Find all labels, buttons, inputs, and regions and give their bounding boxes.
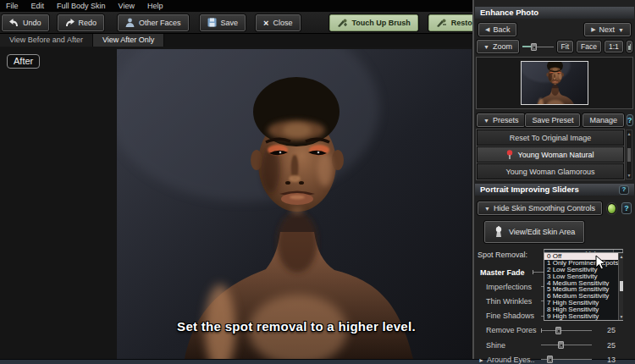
option-4-medium-sensitivity[interactable]: 4 Medium Sensitivity <box>544 280 618 287</box>
view-edit-skin-area-button[interactable]: View/Edit Skin Area <box>484 221 584 243</box>
zoom-button[interactable]: ▼ Zoom <box>477 40 519 53</box>
presets-button[interactable]: ▼ Presets <box>477 113 525 127</box>
redo-button[interactable]: Redo <box>58 14 105 31</box>
pan-tool-button[interactable] <box>627 41 632 52</box>
zoom-expand-icon: ▼ <box>483 44 489 50</box>
option-9-high-sensitivity[interactable]: 9 High Sensitivity <box>544 313 618 320</box>
save-button[interactable]: Save <box>200 14 246 31</box>
person-icon <box>125 18 135 27</box>
view-edit-row: View/Edit Skin Area <box>474 215 635 243</box>
slider-shine: Shine 25 <box>474 338 635 352</box>
slider-around-eyes: ►Around Eyes.. 13 <box>474 352 635 364</box>
preset-young-woman-natural[interactable]: Young Woman Natural <box>477 146 624 163</box>
expand-icon[interactable]: ► <box>478 357 484 363</box>
option-2-low-sensitivity[interactable]: 2 Low Sensitivity <box>544 267 618 273</box>
manage-presets-button[interactable]: Manage <box>583 113 624 127</box>
save-icon <box>207 18 217 27</box>
tab-view-before-and-after[interactable]: View Before and After <box>0 34 93 47</box>
image-canvas: After Set the spot removal to a higher l… <box>0 47 472 359</box>
undo-button[interactable]: Undo <box>2 14 49 31</box>
tutorial-caption: Set the spot removal to a higher level. <box>127 319 466 334</box>
next-dropdown-icon: ▼ <box>618 27 624 33</box>
close-icon: × <box>263 18 268 28</box>
face-button[interactable]: Face <box>577 41 601 52</box>
zoom-row: ▼ Zoom Fit Face 1:1 <box>474 36 635 53</box>
portrait-photo[interactable] <box>117 49 472 359</box>
scroll-up-icon[interactable]: ▲ <box>619 254 623 259</box>
menu-help[interactable]: Help <box>147 2 163 10</box>
preset-reset-to-original[interactable]: Reset To Original Image <box>477 130 624 146</box>
scroll-up-icon[interactable]: ▲ <box>627 131 632 136</box>
collapse-icon: ▼ <box>484 206 490 212</box>
view-tabs: View Before and After View After Only <box>0 34 472 47</box>
menu-view[interactable]: View <box>119 2 135 10</box>
redo-icon <box>65 19 75 27</box>
option-1-only-prominent-spots[interactable]: 1 Only Prominent Spots <box>544 260 618 267</box>
zoom-slider[interactable] <box>522 43 554 51</box>
airbrush-icon <box>494 226 504 238</box>
skin-help-button[interactable]: ? <box>621 202 632 214</box>
next-button[interactable]: ▶ Next ▼ <box>584 23 631 36</box>
slider-remove-pores: Remove Pores 25 <box>474 323 635 338</box>
hide-skin-smoothing-button[interactable]: ▼ Hide Skin Smoothing Controls <box>478 201 602 215</box>
back-button[interactable]: ◀ Back <box>478 23 516 36</box>
fit-button[interactable]: Fit <box>557 41 573 52</box>
spot-removal-label: Spot Removal: <box>478 251 544 259</box>
option-3-low-sensitivity[interactable]: 3 Low Sensitivity <box>544 273 618 280</box>
close-button[interactable]: × Close <box>256 14 300 31</box>
scroll-down-icon[interactable]: ▼ <box>619 314 623 319</box>
pin-icon <box>506 150 513 159</box>
navigator-thumbnail[interactable] <box>521 61 588 105</box>
scroll-down-icon[interactable]: ▼ <box>627 173 632 178</box>
portrait-sliders-header: Portrait Improving Sliders ? <box>475 184 634 196</box>
option-6-medium-sensitivity[interactable]: 6 Medium Sensitivity <box>544 293 618 300</box>
preset-list: Reset To Original Image Young Woman Natu… <box>477 130 632 179</box>
option-0-off[interactable]: 0 Off <box>544 253 618 260</box>
presets-expand-icon: ▼ <box>483 118 489 124</box>
option-5-medium-sensitivity[interactable]: 5 Medium Sensitivity <box>544 286 618 293</box>
menu-full-body-skin[interactable]: Full Body Skin <box>57 2 106 10</box>
sliders-help-button[interactable]: ? <box>619 185 629 195</box>
enhance-photo-header: Enhance Photo <box>475 7 634 19</box>
after-label: After <box>7 54 40 69</box>
dropdown-scrollbar[interactable]: ▲ ▼ <box>618 253 623 320</box>
spot-removal-dropdown: 0 Off 1 Only Prominent Spots 2 Low Sensi… <box>544 252 623 321</box>
navigator-box[interactable] <box>476 57 633 109</box>
skin-smoothing-row: ▼ Hide Skin Smoothing Controls ? <box>474 196 635 215</box>
menu-file[interactable]: File <box>6 2 19 10</box>
toolbar: Undo Redo Other Faces Save × Close Touch… <box>0 12 472 34</box>
option-7-high-sensitivity[interactable]: 7 High Sensitivity <box>544 300 618 306</box>
back-arrow-icon: ◀ <box>485 26 489 33</box>
brush-minus-icon <box>436 18 447 27</box>
tab-view-after-only[interactable]: View After Only <box>93 34 164 47</box>
touch-up-brush-button[interactable]: Touch Up Brush <box>329 14 418 31</box>
zoom-slider-handle[interactable] <box>531 43 537 51</box>
right-panel: Enhance Photo ◀ Back ▶ Next ▼ ▼ Zoom Fit… <box>472 0 635 359</box>
save-preset-button[interactable]: Save Preset <box>525 113 580 127</box>
preset-young-woman-glamorous[interactable]: Young Woman Glamorous <box>477 163 624 179</box>
presets-row: ▼ Presets Save Preset Manage ? <box>474 109 635 127</box>
one-to-one-button[interactable]: 1:1 <box>605 41 623 52</box>
option-8-high-sensitivity[interactable]: 8 High Sensitivity <box>544 306 618 313</box>
menu-edit[interactable]: Edit <box>31 2 45 10</box>
next-arrow-icon: ▶ <box>591 26 595 33</box>
nav-row: ◀ Back ▶ Next ▼ <box>474 19 635 36</box>
presets-help-button[interactable]: ? <box>627 114 633 126</box>
skin-smoothing-enabled-indicator[interactable] <box>607 203 616 214</box>
other-faces-button[interactable]: Other Faces <box>118 14 189 31</box>
brush-plus-icon <box>337 18 348 27</box>
undo-icon <box>9 19 19 27</box>
mouse-cursor <box>595 255 606 274</box>
preset-list-scrollbar[interactable]: ▲ ▼ <box>626 130 632 179</box>
hand-icon <box>628 42 631 51</box>
